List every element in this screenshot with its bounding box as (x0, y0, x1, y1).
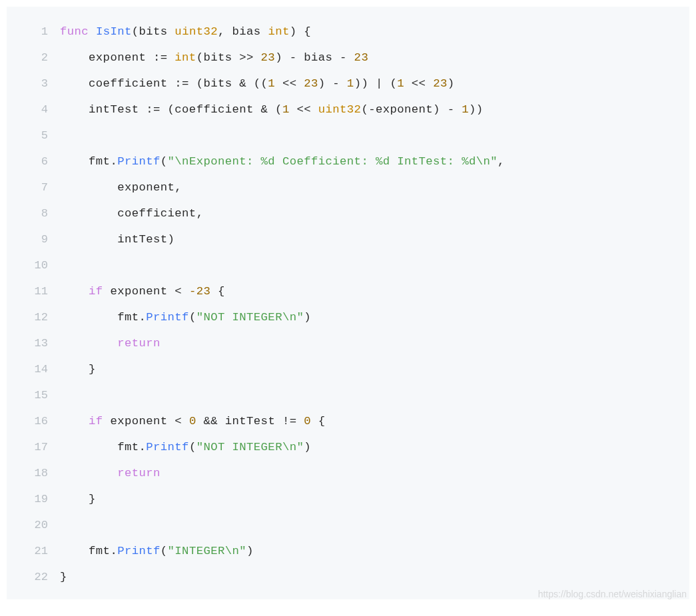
code-content: if exponent < -23 { (48, 278, 225, 304)
code-block: 1func IsInt(bits uint32, bias int) {2 ex… (7, 7, 689, 599)
line-number: 5 (7, 123, 48, 149)
code-line: 21 fmt.Printf("INTEGER\n") (7, 538, 689, 564)
code-content: intTest) (48, 226, 174, 252)
code-line: 8 coefficient, (7, 200, 689, 226)
code-line: 22} (7, 564, 689, 590)
line-number: 15 (7, 382, 48, 408)
line-number: 2 (7, 45, 48, 71)
code-content: fmt.Printf("NOT INTEGER\n") (48, 434, 311, 460)
line-number: 22 (7, 564, 48, 590)
line-number: 3 (7, 71, 48, 97)
code-content: } (48, 486, 96, 512)
code-line: 18 return (7, 460, 689, 486)
code-line: 13 return (7, 330, 689, 356)
line-number: 19 (7, 486, 48, 512)
line-number: 12 (7, 304, 48, 330)
line-number: 9 (7, 226, 48, 252)
code-line: 3 coefficient := (bits & ((1 << 23) - 1)… (7, 71, 689, 97)
code-content (48, 252, 67, 278)
line-number: 13 (7, 330, 48, 356)
line-number: 11 (7, 278, 48, 304)
code-content (48, 382, 67, 408)
code-content: } (48, 564, 67, 590)
code-content: return (48, 460, 161, 486)
code-content: return (48, 330, 161, 356)
code-content: coefficient, (48, 200, 203, 226)
code-line: 17 fmt.Printf("NOT INTEGER\n") (7, 434, 689, 460)
code-line: 6 fmt.Printf("\nExponent: %d Coefficient… (7, 149, 689, 174)
code-line: 16 if exponent < 0 && intTest != 0 { (7, 408, 689, 434)
line-number: 7 (7, 174, 48, 200)
code-line: 20 (7, 512, 689, 538)
code-content: exponent, (48, 174, 182, 200)
code-line: 10 (7, 252, 689, 278)
code-content: fmt.Printf("NOT INTEGER\n") (48, 304, 311, 330)
watermark-text: https://blog.csdn.net/weishixianglian (538, 589, 687, 599)
line-number: 18 (7, 460, 48, 486)
code-content: coefficient := (bits & ((1 << 23) - 1)) … (48, 71, 454, 97)
code-content: func IsInt(bits uint32, bias int) { (48, 19, 311, 45)
code-line: 2 exponent := int(bits >> 23) - bias - 2… (7, 45, 689, 71)
line-number: 21 (7, 538, 48, 564)
code-content (48, 512, 67, 538)
code-content: exponent := int(bits >> 23) - bias - 23 (48, 45, 368, 71)
code-line: 19 } (7, 486, 689, 512)
line-number: 20 (7, 512, 48, 538)
code-line: 4 intTest := (coefficient & (1 << uint32… (7, 97, 689, 123)
code-line: 12 fmt.Printf("NOT INTEGER\n") (7, 304, 689, 330)
code-content (48, 123, 67, 149)
line-number: 8 (7, 200, 48, 226)
line-number: 6 (7, 149, 48, 174)
code-line: 7 exponent, (7, 174, 689, 200)
code-line: 15 (7, 382, 689, 408)
code-line: 9 intTest) (7, 226, 689, 252)
code-line: 14 } (7, 356, 689, 382)
line-number: 14 (7, 356, 48, 382)
code-line: 11 if exponent < -23 { (7, 278, 689, 304)
code-content: } (48, 356, 96, 382)
code-content: intTest := (coefficient & (1 << uint32(-… (48, 97, 484, 123)
line-number: 10 (7, 252, 48, 278)
code-content: fmt.Printf("INTEGER\n") (48, 538, 254, 564)
line-number: 1 (7, 19, 48, 45)
code-line: 5 (7, 123, 689, 149)
code-content: if exponent < 0 && intTest != 0 { (48, 408, 326, 434)
line-number: 4 (7, 97, 48, 123)
line-number: 16 (7, 408, 48, 434)
code-content: fmt.Printf("\nExponent: %d Coefficient: … (48, 149, 505, 174)
line-number: 17 (7, 434, 48, 460)
code-line: 1func IsInt(bits uint32, bias int) { (7, 19, 689, 45)
